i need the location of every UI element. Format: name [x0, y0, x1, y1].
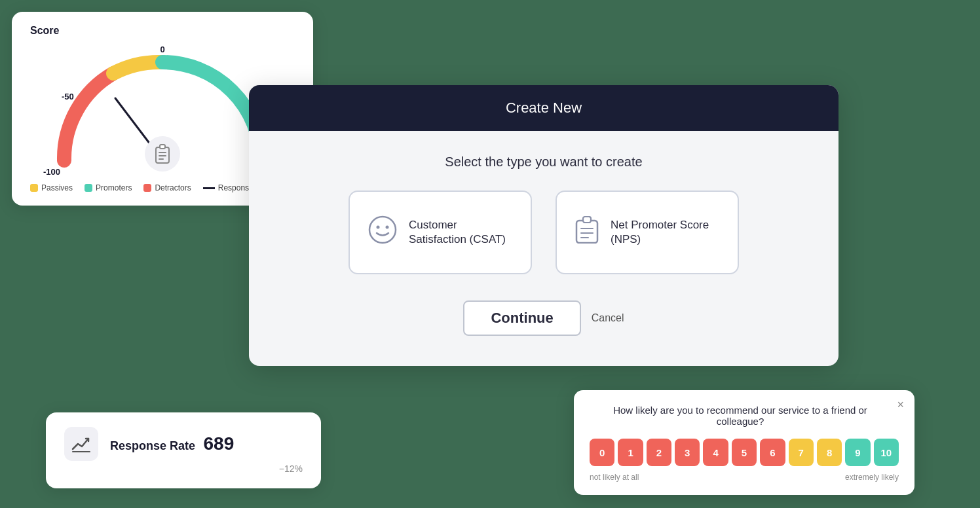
nps-label-left: not likely at all [590, 473, 639, 482]
nps-btn-1[interactable]: 1 [618, 439, 643, 466]
svg-rect-10 [576, 221, 597, 243]
csat-icon [368, 215, 397, 249]
nps-btn-4[interactable]: 4 [703, 439, 728, 466]
response-text-group: Response Rate 689 [110, 433, 234, 454]
nps-btn-10[interactable]: 10 [874, 439, 899, 466]
cancel-button[interactable]: Cancel [592, 312, 624, 324]
nps-label-right: extremely likely [845, 473, 899, 482]
legend-passives: Passives [30, 183, 73, 192]
svg-rect-11 [583, 217, 591, 223]
nps-labels: not likely at all extremely likely [590, 473, 899, 482]
nps-icon [575, 216, 599, 249]
passives-dot [30, 184, 38, 192]
nps-btn-6[interactable]: 6 [760, 439, 785, 466]
response-value: 689 [204, 433, 235, 454]
nps-card[interactable]: Net Promoter Score (NPS) [556, 190, 739, 274]
svg-rect-3 [160, 145, 165, 149]
create-modal: Create New Select the type you want to c… [249, 85, 839, 366]
response-rate-card: Response Rate 689 −12% [46, 412, 321, 488]
response-label: Response Rate [110, 439, 195, 452]
nps-btn-0[interactable]: 0 [590, 439, 614, 466]
legend-promoters: Promoters [85, 183, 132, 192]
csat-label: Customer Satisfaction (CSAT) [409, 218, 512, 247]
response-row: Response Rate 689 [64, 427, 303, 461]
modal-header: Create New [249, 85, 839, 131]
score-card-title: Score [30, 25, 295, 37]
nps-btn-5[interactable]: 5 [732, 439, 757, 466]
type-card-row: Customer Satisfaction (CSAT) Net Promote… [288, 190, 799, 274]
gauge-label-neg50: -50 [62, 92, 74, 101]
detractors-label: Detractors [155, 183, 191, 192]
nps-btn-7[interactable]: 7 [789, 439, 814, 466]
close-icon[interactable]: × [897, 398, 904, 412]
svg-point-8 [377, 226, 380, 229]
nps-btn-9[interactable]: 9 [845, 439, 870, 466]
nps-btn-8[interactable]: 8 [817, 439, 842, 466]
nps-popup: × How likely are you to recommend our se… [574, 390, 914, 495]
promoters-label: Promoters [96, 183, 132, 192]
clipboard-icon [145, 136, 180, 172]
nps-btn-2[interactable]: 2 [647, 439, 671, 466]
modal-footer: Continue Cancel [288, 300, 799, 342]
legend-detractors: Detractors [143, 183, 191, 192]
continue-button[interactable]: Continue [463, 300, 580, 336]
passives-label: Passives [41, 183, 73, 192]
svg-point-9 [386, 226, 389, 229]
nps-label: Net Promoter Score (NPS) [611, 218, 719, 247]
nps-question: How likely are you to recommend our serv… [590, 405, 899, 427]
responses-line [203, 187, 215, 189]
svg-point-7 [369, 217, 396, 243]
detractors-dot [143, 184, 151, 192]
response-change: −12% [64, 463, 303, 474]
csat-card[interactable]: Customer Satisfaction (CSAT) [349, 190, 532, 274]
modal-subtitle: Select the type you want to create [288, 154, 799, 170]
promoters-dot [85, 184, 92, 192]
nps-btn-3[interactable]: 3 [675, 439, 700, 466]
gauge-label-neg100: -100 [43, 167, 60, 177]
modal-body: Select the type you want to create Custo… [249, 131, 839, 366]
nps-scale: 012345678910 [590, 439, 899, 466]
response-icon [64, 427, 98, 461]
gauge-label-0: 0 [160, 45, 164, 54]
